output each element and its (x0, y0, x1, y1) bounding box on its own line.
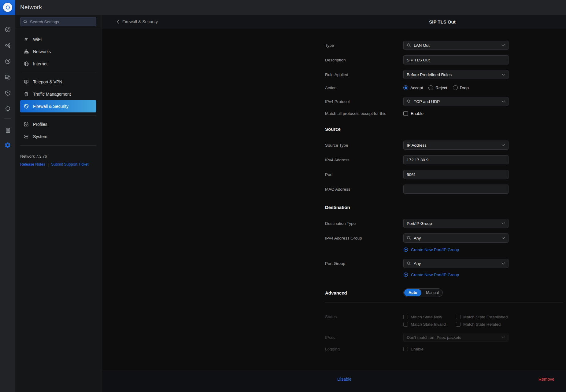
source-ipv4-input[interactable] (403, 155, 509, 164)
action-row: Action Accept Reject Drop (325, 83, 566, 92)
checkbox-label: Match State Established (463, 315, 508, 319)
checkbox-icon (456, 322, 461, 327)
radio-label: Drop (460, 86, 469, 90)
destination-type-value: Port/IP Group (407, 221, 501, 226)
chevron-down-icon (501, 73, 505, 76)
settings-gear-icon[interactable] (0, 137, 15, 153)
sidebar-item-profiles[interactable]: Profiles (20, 118, 96, 130)
ipv4-protocol-select[interactable]: TCP and UDP (403, 97, 509, 106)
action-reject-radio[interactable]: Reject (428, 85, 447, 90)
security-icon[interactable] (0, 85, 15, 101)
sidebar-divider (20, 145, 96, 146)
sidebar-item-firewall-security[interactable]: Firewall & Security (20, 100, 96, 112)
radio-label: Accept (410, 86, 423, 90)
source-ipv4-label: IPv4 Address (325, 158, 403, 162)
source-type-row: Source Type IP Address (325, 141, 566, 150)
type-select[interactable]: LAN Out (403, 41, 509, 50)
system-log-icon[interactable] (0, 123, 15, 137)
match-state-established-checkbox[interactable]: Match State Established (456, 313, 508, 320)
form-footer: Disable Remove (102, 371, 566, 392)
ipsec-select[interactable]: Don't match on IPsec packets (403, 333, 509, 342)
search-icon (407, 99, 411, 104)
sidebar-item-label: WiFi (33, 37, 42, 42)
chevron-down-icon (501, 44, 505, 46)
sidebar-item-label: Firewall & Security (33, 104, 68, 109)
sidebar-item-teleport-vpn[interactable]: Teleport & VPN (20, 76, 96, 88)
dashboard-icon[interactable] (0, 21, 15, 37)
checkbox-label: Match State Invalid (411, 322, 446, 327)
mac-address-input[interactable] (403, 185, 509, 194)
port-group-select[interactable]: Any (403, 259, 509, 268)
mac-address-label: MAC Address (325, 187, 403, 192)
search-settings-box[interactable] (20, 17, 96, 26)
chevron-down-icon (501, 222, 505, 225)
match-all-label: Match all protocols except for this (325, 111, 403, 116)
advanced-heading: Advanced (325, 290, 403, 295)
sidebar-item-internet[interactable]: Internet (20, 58, 96, 70)
source-type-select[interactable]: IP Address (403, 141, 509, 150)
auto-toggle-option[interactable]: Auto (404, 289, 421, 296)
page-title: SIP TLS Out (318, 19, 566, 24)
submit-support-ticket-link[interactable]: Submit Support Ticket (51, 162, 88, 167)
states-row: States Match State New Match State Estab… (325, 313, 566, 328)
source-port-input[interactable] (403, 170, 509, 179)
chevron-left-icon (117, 20, 119, 24)
description-label: Description (325, 58, 403, 62)
match-all-enable-checkbox[interactable]: Enable (403, 110, 424, 117)
settings-sidebar: WiFi Networks Internet Teleport & (15, 15, 101, 392)
main-content: Firewall & Security SIP TLS Out Type LAN… (101, 15, 566, 392)
networks-icon (24, 49, 29, 54)
rule-applied-select[interactable]: Before Predefined Rules (403, 70, 509, 79)
profiles-icon (24, 122, 29, 127)
ipv4-protocol-row: IPv4 Protocol TCP and UDP (325, 97, 566, 106)
destination-heading: Destination (325, 205, 566, 211)
destination-type-select[interactable]: Port/IP Group (403, 219, 509, 228)
breadcrumb-back[interactable]: Firewall & Security (117, 19, 158, 24)
rule-applied-row: Rule Applied Before Predefined Rules (325, 70, 566, 79)
match-state-invalid-checkbox[interactable]: Match State Invalid (403, 321, 456, 328)
remove-button[interactable]: Remove (538, 377, 554, 382)
unifi-logo[interactable] (0, 0, 15, 15)
action-accept-radio[interactable]: Accept (403, 85, 423, 90)
action-radio-group: Accept Reject Drop (403, 83, 469, 92)
source-heading: Source (325, 126, 566, 133)
sidebar-item-networks[interactable]: Networks (20, 46, 96, 58)
clients-icon[interactable] (0, 53, 15, 69)
logging-enable-checkbox[interactable]: Enable (403, 346, 424, 352)
create-new-port-ip-group-link[interactable]: Create New Port/IP Group (403, 271, 459, 278)
sidebar-item-system[interactable]: System (20, 130, 96, 143)
disable-button[interactable]: Disable (337, 377, 352, 382)
application-rail (0, 15, 15, 392)
sidebar-item-label: Teleport & VPN (33, 79, 62, 84)
description-input[interactable] (403, 55, 509, 64)
app-title: Network (20, 4, 42, 11)
logging-label: Logging (325, 347, 403, 351)
chevron-down-icon (501, 100, 505, 103)
insights-icon[interactable] (0, 101, 15, 117)
devices-icon[interactable] (0, 69, 15, 85)
checkbox-label: Match State Related (463, 322, 501, 327)
checkbox-icon (456, 315, 461, 319)
ipsec-value: Don't match on IPsec packets (407, 335, 501, 340)
rule-applied-label: Rule Applied (325, 72, 403, 77)
sidebar-item-traffic-management[interactable]: Traffic Management (20, 88, 96, 100)
port-group-label: Port Group (325, 261, 403, 266)
create-new-port-ip-group-link[interactable]: Create New Port/IP Group (403, 246, 459, 253)
sidebar-item-label: Traffic Management (33, 92, 71, 97)
match-state-new-checkbox[interactable]: Match State New (403, 313, 456, 320)
manual-toggle-option[interactable]: Manual (422, 291, 442, 295)
chevron-down-icon (501, 237, 505, 239)
ipv4-address-group-select[interactable]: Any (403, 233, 509, 243)
action-drop-radio[interactable]: Drop (453, 85, 469, 90)
port-group-value: Any (414, 261, 501, 266)
search-icon (407, 236, 411, 240)
globe-icon (24, 61, 29, 67)
release-notes-link[interactable]: Release Notes (20, 162, 45, 167)
ipsec-row: IPsec Don't match on IPsec packets (325, 333, 566, 342)
match-state-related-checkbox[interactable]: Match State Related (456, 321, 508, 328)
search-settings-input[interactable] (30, 20, 93, 24)
sidebar-item-wifi[interactable]: WiFi (20, 33, 96, 46)
create-ip-group-row: Create New Port/IP Group (325, 246, 566, 253)
search-icon (407, 261, 411, 266)
topology-icon[interactable] (0, 37, 15, 53)
